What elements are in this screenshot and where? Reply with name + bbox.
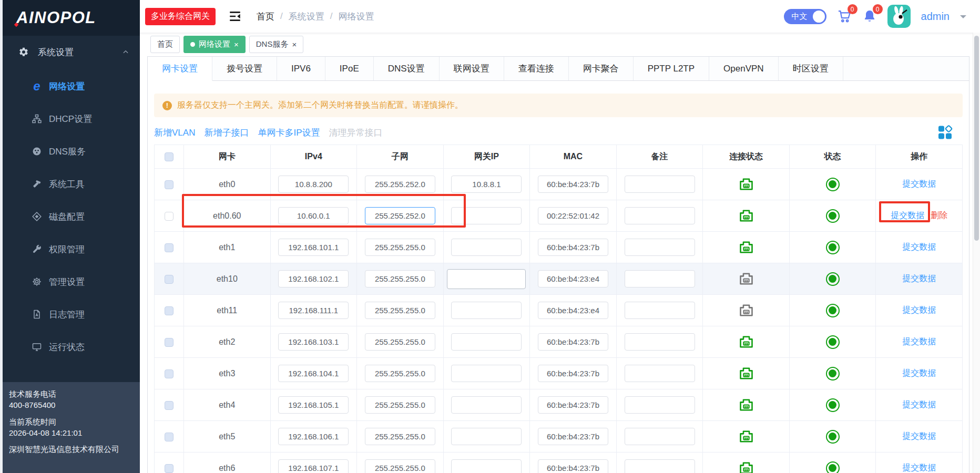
- sub-tab[interactable]: 网卡设置: [148, 57, 212, 81]
- submit-data-link[interactable]: 提交数据: [902, 274, 936, 283]
- submit-data-link[interactable]: 提交数据: [902, 368, 936, 377]
- breadcrumb-home[interactable]: 首页: [257, 11, 274, 23]
- note-input[interactable]: [625, 459, 695, 473]
- user-menu-caret-icon[interactable]: [960, 15, 966, 22]
- row-checkbox[interactable]: [165, 401, 173, 410]
- sub-tab[interactable]: IPV6: [277, 57, 325, 80]
- gateway-input[interactable]: [451, 396, 522, 414]
- sidebar-item[interactable]: 管理设置: [3, 265, 140, 298]
- mac-input[interactable]: [538, 176, 608, 193]
- ipv4-input[interactable]: [278, 459, 349, 473]
- note-input[interactable]: [625, 270, 695, 287]
- sidebar-item[interactable]: 运行状态: [3, 331, 140, 363]
- cart-icon[interactable]: 0: [837, 9, 852, 24]
- subnet-input[interactable]: [365, 333, 435, 351]
- select-all-checkbox[interactable]: [165, 152, 173, 161]
- route-tab[interactable]: 首页: [150, 36, 180, 53]
- submit-data-link[interactable]: 提交数据: [902, 242, 936, 251]
- scrollbar-thumb[interactable]: [974, 36, 979, 241]
- close-icon[interactable]: ×: [292, 40, 297, 48]
- submit-data-link[interactable]: 提交数据: [902, 463, 936, 472]
- toolbar-link[interactable]: 新增子接口: [204, 127, 249, 139]
- row-checkbox[interactable]: [165, 275, 173, 284]
- gateway-input[interactable]: [447, 269, 526, 289]
- subnet-input[interactable]: [365, 176, 435, 193]
- submit-data-link[interactable]: 提交数据: [902, 400, 936, 409]
- sub-tab[interactable]: IPoE: [325, 57, 374, 80]
- row-checkbox[interactable]: [165, 433, 173, 441]
- gateway-input[interactable]: [451, 333, 522, 351]
- row-checkbox[interactable]: [165, 306, 173, 315]
- gateway-input[interactable]: [451, 428, 522, 445]
- note-input[interactable]: [625, 333, 695, 351]
- note-input[interactable]: [625, 302, 695, 319]
- close-icon[interactable]: ×: [234, 40, 239, 48]
- submit-data-link[interactable]: 提交数据: [902, 337, 936, 346]
- mac-input[interactable]: [538, 428, 608, 445]
- submit-data-link[interactable]: 提交数据: [902, 431, 936, 440]
- toolbar-link[interactable]: 新增VLAN: [154, 127, 195, 139]
- sidebar-item[interactable]: 权限管理: [3, 233, 140, 265]
- sidebar-collapse-icon[interactable]: [228, 9, 242, 23]
- subnet-input[interactable]: [365, 365, 435, 382]
- mac-input[interactable]: [538, 396, 608, 414]
- sub-tab[interactable]: 时区设置: [779, 57, 843, 80]
- ipv4-input[interactable]: [278, 207, 349, 224]
- notification-bell-icon[interactable]: 0: [862, 9, 877, 24]
- ipv4-input[interactable]: [278, 302, 349, 319]
- row-checkbox[interactable]: [165, 243, 173, 252]
- username[interactable]: admin: [921, 11, 950, 23]
- sub-tab[interactable]: 联网设置: [440, 57, 504, 80]
- row-checkbox[interactable]: [165, 369, 173, 378]
- ipv4-input[interactable]: [278, 239, 349, 256]
- sidebar-section-system-settings[interactable]: 系统设置: [3, 36, 140, 68]
- note-input[interactable]: [625, 207, 695, 224]
- sub-tab[interactable]: DNS设置: [374, 57, 440, 80]
- mac-input[interactable]: [538, 239, 608, 256]
- subnet-input[interactable]: [365, 207, 435, 224]
- subnet-input[interactable]: [365, 428, 435, 445]
- subnet-input[interactable]: [365, 239, 435, 256]
- row-checkbox[interactable]: [165, 464, 173, 473]
- mac-input[interactable]: [538, 459, 608, 473]
- route-tab[interactable]: DNS服务×: [249, 36, 303, 53]
- user-avatar[interactable]: [887, 5, 911, 28]
- gateway-input[interactable]: [451, 302, 522, 319]
- route-tab[interactable]: 网络设置×: [183, 36, 246, 53]
- row-checkbox[interactable]: [165, 212, 173, 221]
- gateway-input[interactable]: [451, 365, 522, 382]
- ipv4-input[interactable]: [278, 365, 349, 382]
- ipv4-input[interactable]: [278, 176, 349, 193]
- note-input[interactable]: [625, 396, 695, 414]
- subnet-input[interactable]: [365, 396, 435, 414]
- toolbar-link[interactable]: 单网卡多IP设置: [258, 127, 320, 139]
- mac-input[interactable]: [538, 333, 608, 351]
- sub-tab[interactable]: PPTP L2TP: [634, 57, 709, 80]
- sub-tab[interactable]: 网卡聚合: [569, 57, 634, 80]
- sidebar-item[interactable]: DHCP设置: [3, 102, 140, 135]
- gateway-input[interactable]: [451, 459, 522, 473]
- mac-input[interactable]: [538, 302, 608, 319]
- gateway-input[interactable]: [451, 239, 522, 256]
- sub-tab[interactable]: OpenVPN: [709, 57, 779, 80]
- subnet-input[interactable]: [365, 302, 435, 319]
- subnet-input[interactable]: [365, 270, 435, 287]
- gateway-input[interactable]: [451, 176, 522, 193]
- submit-data-link[interactable]: 提交数据: [902, 179, 936, 188]
- note-input[interactable]: [625, 239, 695, 256]
- breadcrumb-system-settings[interactable]: 系统设置: [289, 11, 324, 23]
- sidebar-item[interactable]: 日志管理: [3, 298, 140, 331]
- language-toggle[interactable]: 中文: [784, 9, 826, 24]
- row-checkbox[interactable]: [165, 180, 173, 189]
- ipv4-input[interactable]: [278, 333, 349, 351]
- subnet-input[interactable]: [365, 459, 435, 473]
- note-input[interactable]: [625, 428, 695, 445]
- scrollbar[interactable]: [973, 33, 980, 473]
- submit-data-link[interactable]: 提交数据: [891, 211, 924, 220]
- mac-input[interactable]: [538, 270, 608, 287]
- submit-data-link[interactable]: 提交数据: [902, 305, 936, 314]
- sub-tab[interactable]: 拨号设置: [212, 57, 277, 80]
- mac-input[interactable]: [538, 365, 608, 382]
- sub-tab[interactable]: 查看连接: [504, 57, 569, 80]
- ipv4-input[interactable]: [278, 270, 349, 287]
